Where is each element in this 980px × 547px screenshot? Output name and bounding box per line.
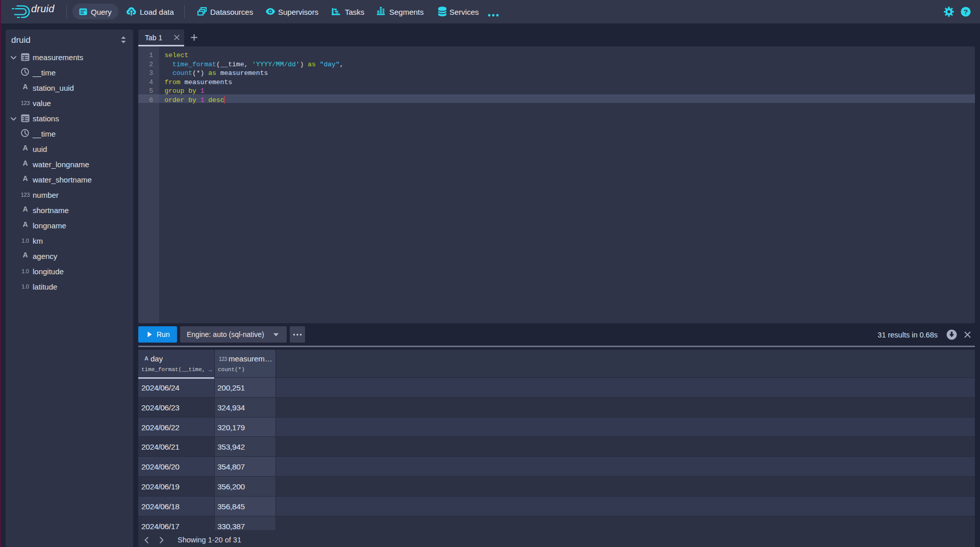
svg-text:?: ?: [964, 8, 968, 16]
